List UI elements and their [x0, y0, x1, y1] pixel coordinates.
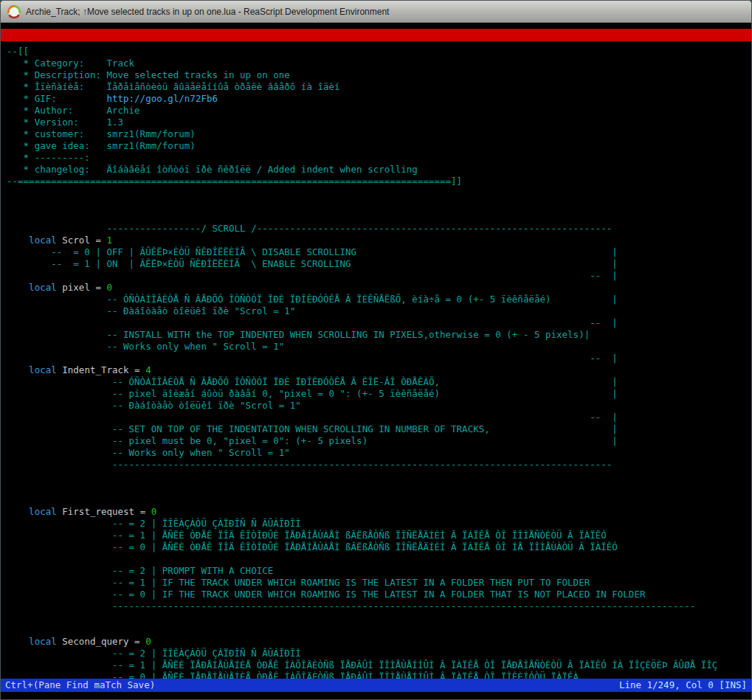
code-line: * Author: Archie: [7, 105, 751, 117]
code-line: -- = 1 | ÅÑËÈ ÒÐÅÊ ÏÎÄ ÊÎÒÎÐÛÉ ÏÅÐÅÌÅÙÀÅ…: [7, 530, 751, 541]
code-line: * customer: smrz1(Rmm/forum): [7, 128, 751, 140]
reaper-icon: [7, 5, 21, 18]
code-line: local First_request = 0: [7, 506, 751, 518]
code-line: -- = 0 | OFF | ÂÛÊËÞ×ÈÒÜ ÑÊÐÎËËÈÍÃ \ DIS…: [7, 246, 751, 258]
code-line: [7, 494, 751, 506]
code-line: -- Ðàáîòàåò òîëüêî ïðè "Scrol = 1": [7, 305, 751, 317]
code-line: -- = 0 | ÅÑËÈ ÏÅÐÅÌÅÙÅÍÈÅ ÒÐÅÊ ÍÀÕÎÄÈÒÑß…: [7, 671, 751, 679]
status-shortcuts: Ctrl+(Pane Find maTch Save): [5, 679, 155, 692]
code-line: * gave idea: smrz1(Rmm/forum): [7, 140, 751, 152]
code-line: * changelog: Äîáàâëåí îòñòóï ïðè ñêðîëë …: [7, 164, 751, 176]
code-line: * Îïèñàíèå: Ïåðåìåñòèòü âûäåëåííûå òðåêè…: [7, 81, 751, 93]
code-line: [7, 482, 751, 494]
title-bar[interactable]: Archie_Track; ↑Move selected tracks in u…: [1, 1, 751, 23]
code-line: -- INSTALL WITH the TOP INDENTED WHEN SC…: [7, 329, 751, 341]
code-line: -- ÓÑÒÀÍÎÂÈÒÅ Ñ ÂÅÐÕÓ ÎÒÑÒÓÏ ÏÐÈ ÏÐÎÊÐÓÒ…: [7, 294, 751, 305]
code-line: local Scrol = 1: [7, 235, 751, 246]
code-line: [7, 553, 751, 565]
code-line: -- |: [7, 317, 751, 329]
ide-window: Archie_Track; ↑Move selected tracks in u…: [0, 0, 752, 700]
code-line: -- Ðàáîòàåò òîëüêî ïðè "Scrol = 1": [7, 400, 751, 412]
code-line: local Indent_Track = 4: [7, 364, 751, 376]
code-line: -- = 0 | IF THE TRACK UNDER WHICH ROAMIN…: [7, 589, 751, 600]
code-line: -- |: [7, 270, 751, 282]
code-line: [7, 187, 751, 199]
code-line: -- pixel äîëæåí áûòü ðàâåí 0, "pixel = 0…: [7, 388, 751, 400]
code-line: [7, 471, 751, 482]
code-line: -----------------/ SCROLL /-------------…: [7, 223, 751, 235]
code-line: -- |: [7, 353, 751, 364]
window-gap: [1, 23, 751, 29]
code-area[interactable]: --[[ * Category: Track * Description: Mo…: [1, 41, 751, 679]
code-line: -- SET ON TOP OF THE INDENTATION WHEN SC…: [7, 423, 751, 435]
code-line: [7, 624, 751, 636]
code-line: [7, 612, 751, 624]
code-line: [7, 199, 751, 211]
code-line: -- = 2 | ÏÎÊÀÇÀÒÜ ÇÀÏÐÎÑ Ñ ÂÛÁÎÐÎÌ: [7, 648, 751, 659]
code-line: * Version: 1.3: [7, 117, 751, 128]
status-bar: Ctrl+(Pane Find maTch Save) Line 1/249, …: [1, 679, 751, 692]
code-line: -- = 1 | ON | ÂÊËÞ×ÈÒÜ ÑÊÐÎËËÈÍÃ \ ENABL…: [7, 258, 751, 270]
code-line: ----------------------------------------…: [7, 459, 751, 471]
code-line: -- pixel must be 0, "pixel = 0": (+- 5 p…: [7, 435, 751, 447]
code-line: ----------------------------------------…: [7, 600, 751, 612]
code-line: -- Works only when " Scroll = 1": [7, 447, 751, 459]
code-line: -- = 0 | ÅÑËÈ ÒÐÅÊ ÏÎÄ ÊÎÒÎÐÛÉ ÏÅÐÅÌÅÙÀÅ…: [7, 541, 751, 553]
window-bottom-edge: [1, 692, 751, 699]
code-line: -- = 2 | PROMPT WITH A CHOICE: [7, 565, 751, 577]
code-line: -- = 1 | IF THE TRACK UNDER WHICH ROAMIN…: [7, 577, 751, 589]
file-path-bar: C:\Program Files\REAPER (x64)\Scripts\Co…: [1, 29, 751, 41]
code-line: * Category: Track: [7, 58, 751, 69]
status-cursor-position: Line 1/249, Col 0 [INS]: [619, 679, 747, 692]
code-line: --======================================…: [7, 176, 751, 187]
code-line: * Description: Move selected tracks in u…: [7, 69, 751, 81]
code-line: local pixel = 0: [7, 282, 751, 294]
code-line: * GIF: http://goo.gl/n72Fb6: [7, 93, 751, 105]
code-line: -- = 1 | ÅÑËÈ ÏÅÐÅÌÅÙÅÍÈÅ ÒÐÅÊ ÍÀÕÎÄÈÒÑß…: [7, 659, 751, 671]
code-line: -- ÓÑÒÀÍÎÂÈÒÅ Ñ ÂÅÐÕÓ ÎÒÑÒÓÏ ÏÐÈ ÏÐÎÊÐÓÒ…: [7, 376, 751, 388]
code-line: * ---------:: [7, 152, 751, 164]
code-line: [7, 211, 751, 223]
code-line: -- Works only when " Scroll = 1": [7, 341, 751, 353]
code-line: local Second_query = 0: [7, 636, 751, 648]
code-line: -- = 2 | ÏÎÊÀÇÀÒÜ ÇÀÏÐÎÑ Ñ ÂÛÁÎÐÎÌ: [7, 518, 751, 530]
code-line: --[[: [7, 46, 751, 58]
code-line: -- |: [7, 412, 751, 423]
window-title: Archie_Track; ↑Move selected tracks in u…: [26, 7, 389, 17]
